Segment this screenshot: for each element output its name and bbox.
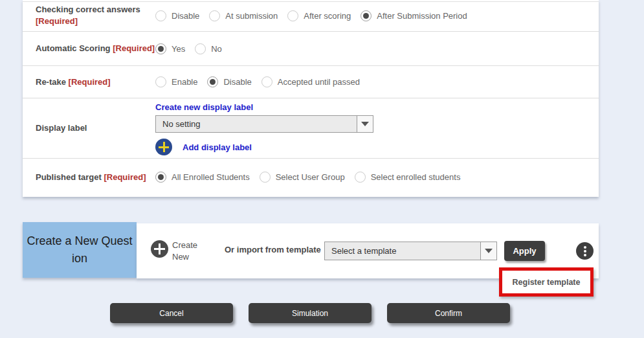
- row-label-automatic-scoring: Automatic Scoring [Required]: [36, 43, 155, 54]
- radio-option-at-submission[interactable]: At submission: [209, 10, 278, 21]
- row-display-label: Display label Create new display label N…: [23, 98, 599, 159]
- radio-label: Yes: [172, 44, 185, 54]
- radio-icon[interactable]: [355, 172, 366, 183]
- radio-label: No: [211, 44, 222, 54]
- row-automatic-scoring: Automatic Scoring [Required] Yes No: [23, 32, 599, 66]
- radio-icon[interactable]: [209, 10, 220, 21]
- required-badge: [Required]: [36, 16, 78, 26]
- radio-icon[interactable]: [287, 10, 298, 21]
- label-text: Published target: [36, 172, 104, 182]
- required-badge: [Required]: [104, 172, 146, 182]
- label-text: Re-take: [36, 77, 69, 87]
- select-arrow-button[interactable]: [357, 116, 373, 132]
- cancel-button[interactable]: Cancel: [110, 303, 233, 323]
- radio-icon[interactable]: [155, 76, 166, 87]
- row-re-take: Re-take [Required] Enable Disable Accept…: [23, 66, 599, 98]
- apply-button[interactable]: Apply: [504, 241, 545, 261]
- radio-option-enable[interactable]: Enable: [155, 76, 197, 87]
- template-select-value: Select a template: [325, 246, 480, 256]
- required-badge: [Required]: [69, 77, 111, 87]
- divider: [23, 1, 599, 2]
- radio-label: Accepted until passed: [278, 77, 360, 87]
- radio-option-after-scoring[interactable]: After scoring: [287, 10, 351, 21]
- radio-option-after-submission-period[interactable]: After Submission Period: [361, 10, 467, 21]
- import-from-template-label: Or import from template: [225, 245, 321, 254]
- radio-label: All Enrolled Students: [172, 172, 250, 182]
- radio-icon[interactable]: [261, 76, 272, 87]
- label-text: Display label: [36, 123, 87, 133]
- radio-label: Disable: [223, 77, 251, 87]
- add-display-label-link[interactable]: Add display label: [183, 142, 252, 152]
- register-template-menu-highlight[interactable]: Register template: [499, 267, 594, 297]
- radio-icon[interactable]: [260, 172, 271, 183]
- register-template-menu-item[interactable]: Register template: [513, 278, 581, 287]
- radio-icon[interactable]: [155, 10, 166, 21]
- create-new-plus-icon[interactable]: [151, 240, 168, 258]
- display-label-select[interactable]: No setting: [155, 115, 373, 133]
- label-text: Automatic Scoring: [36, 43, 113, 53]
- radio-option-no[interactable]: No: [195, 43, 222, 54]
- quiz-settings-panel: Checking correct answers [Required] Disa…: [23, 0, 599, 197]
- options-automatic-scoring: Yes No: [155, 43, 222, 54]
- radio-option-disable[interactable]: Disable: [207, 76, 251, 87]
- radio-icon-selected[interactable]: [155, 172, 166, 183]
- row-label-display-label: Display label: [36, 122, 155, 134]
- row-checking-correct-answers: Checking correct answers [Required] Disa…: [23, 0, 599, 32]
- select-arrow-button[interactable]: [480, 242, 496, 260]
- radio-icon[interactable]: [195, 43, 206, 54]
- radio-label: At submission: [225, 11, 278, 21]
- radio-option-all-enrolled-students[interactable]: All Enrolled Students: [155, 172, 250, 183]
- radio-option-yes[interactable]: Yes: [155, 43, 185, 54]
- radio-label: Select enrolled students: [371, 172, 461, 182]
- create-new-display-label-link[interactable]: Create new display label: [155, 102, 253, 112]
- add-display-label-row: Add display label: [155, 139, 373, 155]
- radio-label: Disable: [172, 11, 199, 21]
- template-select[interactable]: Select a template: [324, 242, 497, 260]
- chevron-down-icon: [485, 249, 493, 253]
- display-label-select-value: No setting: [156, 119, 357, 129]
- radio-icon-selected[interactable]: [361, 10, 372, 21]
- options-checking-correct-answers: Disable At submission After scoring Afte…: [155, 10, 467, 21]
- confirm-button[interactable]: Confirm: [387, 303, 510, 323]
- section-title-create-a-new-question: Create a New Question: [23, 222, 137, 278]
- radio-option-select-user-group[interactable]: Select User Group: [260, 172, 345, 183]
- row-label-published-target: Published target [Required]: [36, 172, 155, 183]
- row-label-re-take: Re-take [Required]: [36, 76, 155, 88]
- radio-icon-selected[interactable]: [207, 76, 218, 87]
- radio-label: After Submission Period: [377, 11, 467, 21]
- radio-option-select-enrolled-students[interactable]: Select enrolled students: [355, 172, 461, 183]
- add-plus-icon[interactable]: [155, 139, 172, 155]
- required-badge: [Required]: [113, 43, 155, 53]
- chevron-down-icon: [361, 122, 369, 126]
- radio-label: Select User Group: [276, 172, 345, 182]
- options-re-take: Enable Disable Accepted until passed: [155, 76, 360, 87]
- label-text: Checking correct answers: [36, 5, 140, 14]
- kebab-menu-icon[interactable]: [576, 242, 594, 260]
- row-published-target: Published target [Required] All Enrolled…: [23, 159, 599, 196]
- radio-icon-selected[interactable]: [155, 43, 166, 54]
- create-new-button[interactable]: Create New: [172, 240, 208, 262]
- radio-label: After scoring: [304, 11, 351, 21]
- row-label-checking-correct-answers: Checking correct answers [Required]: [36, 4, 155, 27]
- options-published-target: All Enrolled Students Select User Group …: [155, 172, 460, 183]
- radio-option-disable[interactable]: Disable: [155, 10, 199, 21]
- display-label-controls: Create new display label No setting Add …: [155, 101, 373, 155]
- radio-option-accepted-until-passed[interactable]: Accepted until passed: [261, 76, 360, 87]
- radio-label: Enable: [172, 77, 197, 87]
- simulation-button[interactable]: Simulation: [249, 303, 372, 323]
